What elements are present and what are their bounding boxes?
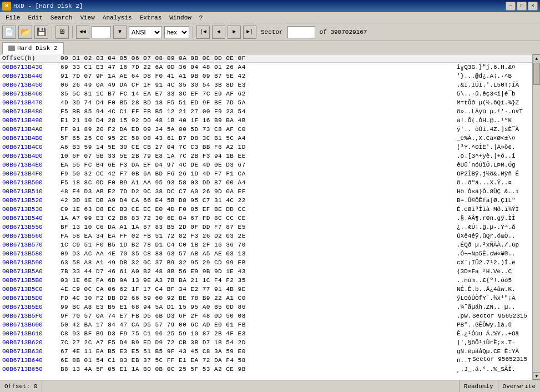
- table-row[interactable]: 00B6713B4E0 EA 55 FC B4 6E F3 DA EF D4 9…: [0, 160, 532, 169]
- row-hex: 9F 70 57 0A 74 E7 FB D5 6B D3 6F 2F 48 0…: [58, 313, 455, 319]
- table-row[interactable]: 00B6713B560 FA 58 EA 34 EA FF 02 FB 51 7…: [0, 232, 532, 240]
- minimize-button[interactable]: −: [506, 2, 516, 11]
- row-ascii: ùP2ÌBÿ.j½ö&.Mÿñ É: [455, 170, 532, 177]
- table-row[interactable]: 00B6713B580 09 D3 AC AA 4E 70 35 C8 88 6…: [0, 249, 532, 258]
- back-button[interactable]: ◄◄: [76, 26, 89, 39]
- menu-search[interactable]: Search: [47, 13, 76, 22]
- table-row[interactable]: 00B6713B500 F5 18 8C 0D F0 B9 A1 AA 95 9…: [0, 178, 532, 187]
- forward-button[interactable]: ▼: [113, 26, 127, 39]
- table-row[interactable]: 00B6713B470 4D 3D 74 D4 F0 B5 28 BD 18 F…: [0, 98, 532, 107]
- table-row[interactable]: 00B6713B610 C8 93 BF B9 D3 F9 75 C1 96 2…: [0, 329, 532, 338]
- row-ascii: cX¨¡IÛ2.7¹2.)Í.ë: [455, 259, 532, 266]
- menu-edit[interactable]: Edit: [24, 13, 46, 22]
- row-ascii: .o.[3^+yè.|+ó..î: [455, 153, 532, 159]
- sep2: [72, 26, 73, 38]
- table-row[interactable]: 00B6713B5E0 99 BC A8 E3 B5 E1 68 94 5A D…: [0, 303, 532, 311]
- main-content: Offset(h) 00 01 02 03 04 05 06 07 08 09 …: [0, 54, 540, 380]
- table-row[interactable]: 00B6713B510 48 F4 D3 AB E2 7D D2 0C 38 D…: [0, 187, 532, 196]
- row-hex: FD 4C 30 F2 DB D2 66 59 60 92 BE 78 B9 2…: [58, 295, 455, 301]
- table-row[interactable]: 00B6713B570 1C C9 51 F0 B5 1D B2 78 D1 C…: [0, 240, 532, 249]
- save-button[interactable]: 💾: [34, 26, 48, 39]
- table-row[interactable]: 00B6713B4B0 5F 65 25 C0 95 2C 58 08 43 6…: [0, 134, 532, 143]
- nav-prev[interactable]: ◄: [212, 26, 225, 39]
- nav-first[interactable]: |◄: [196, 26, 210, 39]
- menu-help[interactable]: ?: [196, 13, 206, 22]
- nav-last[interactable]: ►|: [243, 26, 256, 39]
- status-readonly: Readonly: [460, 380, 498, 392]
- maximize-button[interactable]: □: [517, 2, 527, 11]
- menu-extras[interactable]: Extras: [137, 13, 165, 22]
- table-row[interactable]: 00B6713B4A0 FF 91 89 20 F2 DA ED 09 34 5…: [0, 125, 532, 134]
- new-button[interactable]: 📄: [2, 26, 16, 39]
- header-ascii: [455, 55, 532, 62]
- row-address: 00B6713B570: [0, 242, 58, 248]
- encoding-select[interactable]: ANSI: [129, 26, 162, 38]
- sector-info-label: Sector 95652315: [471, 355, 529, 363]
- row-address: 00B6713B610: [0, 330, 58, 337]
- scrollbar-right[interactable]: ▲ ▼: [532, 54, 540, 380]
- scroll-up-arrow[interactable]: ▲: [533, 54, 540, 62]
- table-row[interactable]: 00B6713B5D0 FD 4C 30 F2 DB D2 66 59 60 9…: [0, 294, 532, 303]
- table-row[interactable]: 00B6713B5C0 4E C9 0C CA 06 62 1F 17 C4 B…: [0, 285, 532, 294]
- table-row[interactable]: 00B6713B650 B8 13 4A 5F 05 E1 1A B0 0B 0…: [0, 365, 532, 374]
- open-button[interactable]: 📂: [18, 26, 32, 39]
- sector-label: Sector: [261, 29, 283, 36]
- row-address: 00B6713B510: [0, 188, 58, 195]
- table-row[interactable]: 00B6713B540 1A A7 99 E3 C2 B6 83 72 30 6…: [0, 214, 532, 223]
- row-address: 00B6713B500: [0, 179, 58, 186]
- table-row[interactable]: 00B6713B630 67 4E 11 EA B5 E3 E5 51 B5 9…: [0, 347, 532, 356]
- row-ascii: ..núm..£{º!.ôò5: [455, 277, 532, 284]
- table-row[interactable]: 00B6713B5F0 9F 70 57 0A 74 E7 FB D5 6B D…: [0, 311, 532, 320]
- menu-analysis[interactable]: Analysis: [99, 13, 135, 22]
- scroll-track[interactable]: [533, 62, 540, 372]
- table-row[interactable]: 00B6713B620 7C 27 2C A7 F5 D4 B9 ED D9 7…: [0, 338, 532, 347]
- row-address: 00B6713B650: [0, 366, 58, 373]
- view-select[interactable]: hex: [164, 26, 189, 38]
- bytes-per-row-input[interactable]: 16: [92, 26, 111, 38]
- table-row[interactable]: 00B6713B4C0 A6 B3 59 14 5E 30 CE CB 27 0…: [0, 143, 532, 152]
- row-hex: 6E 8B 01 54 C1 03 EB 37 5C FF E1 EA 72 D…: [58, 357, 455, 364]
- table-row[interactable]: 00B6713B550 BF 13 10 C6 DA A1 1A 67 83 B…: [0, 223, 532, 232]
- disk-button[interactable]: 🖥: [55, 26, 69, 39]
- table-row[interactable]: 00B6713B490 E1 21 10 D4 28 15 92 D0 48 1…: [0, 116, 532, 125]
- table-row[interactable]: 00B6713B590 63 58 A8 A1 49 DB 32 0C 37 B…: [0, 258, 532, 267]
- menu-view[interactable]: View: [77, 13, 98, 22]
- table-row[interactable]: 00B6713B4F0 F9 50 32 CC 42 F7 0B 6A BD F…: [0, 169, 532, 178]
- row-hex: 42 3D 1E DB A9 D4 CA 66 E4 5B D8 95 C7 3…: [58, 197, 455, 204]
- menu-file[interactable]: File: [2, 13, 23, 22]
- table-row[interactable]: 00B6713B4D0 10 6F 07 5B 33 5E 2B 79 E8 1…: [0, 152, 532, 160]
- row-hex: 91 7D 07 9F 1A AE 64 D8 F0 41 A1 9B 09 B…: [58, 73, 455, 79]
- sector-input[interactable]: 0: [287, 26, 315, 38]
- table-row[interactable]: 00B6713B640 6E 8B 01 54 C1 03 EB 37 5C F…: [0, 356, 532, 365]
- tab-bar: Hard Disk 2: [0, 41, 540, 54]
- table-row[interactable]: 00B6713B5B0 03 1E 6E FA 6D 9A 13 9E A3 7…: [0, 276, 532, 285]
- row-address: 00B6713B490: [0, 117, 58, 124]
- table-row[interactable]: 00B6713B460 35 5C 81 1C B7 FC 14 EA E7 3…: [0, 89, 532, 98]
- row-ascii: i╥Q3G.}"j.6.H.&¤: [455, 64, 532, 71]
- row-hex: 5F 65 25 C0 95 2C 58 08 43 61 D7 D8 3C B…: [58, 135, 455, 142]
- table-row[interactable]: 00B6713B5A0 7B 33 44 D7 46 61 A0 B2 48 8…: [0, 267, 532, 276]
- table-row[interactable]: 00B6713B430 69 33 C1 E3 47 16 7D 22 6A 0…: [0, 63, 532, 72]
- table-row[interactable]: 00B6713B600 50 42 BA 17 84 47 CA D5 57 7…: [0, 320, 532, 329]
- row-address: 00B6713B5B0: [0, 277, 58, 284]
- row-address: 00B6713B450: [0, 82, 58, 88]
- row-hex: F9 50 32 CC 42 F7 0B 6A BD F6 26 1D 4D F…: [58, 170, 455, 177]
- table-row[interactable]: 00B6713B440 91 7D 07 9F 1A AE 64 D8 F0 4…: [0, 72, 532, 81]
- row-ascii: 5\..·ü.êç3<ï|é¯b: [455, 91, 532, 97]
- row-hex: EA 55 FC B4 6E F3 DA EF D4 97 4C DE 4D 0…: [58, 162, 455, 168]
- table-row[interactable]: 00B6713B530 C9 1E 63 D8 EC B3 CE EC E0 4…: [0, 205, 532, 214]
- menu-window[interactable]: Window: [166, 13, 195, 22]
- scroll-thumb[interactable]: [533, 63, 540, 85]
- row-ascii: á!.Ô(.ÒH.@..¹ºK: [455, 117, 532, 124]
- close-button[interactable]: ×: [528, 2, 538, 11]
- scroll-down-arrow[interactable]: ▼: [533, 372, 540, 380]
- nav-play[interactable]: ►: [228, 26, 241, 39]
- table-row[interactable]: 00B6713B520 42 3D 1E DB A9 D4 CA 66 E4 5…: [0, 196, 532, 205]
- table-row[interactable]: 00B6713B450 06 26 49 0A 49 DA CF 1F 91 4…: [0, 81, 532, 89]
- row-ascii: {3D×Fa ²H.Vé..C: [455, 268, 532, 275]
- row-ascii: gN.êµãåQµ.CE È:YÀ: [455, 348, 532, 355]
- tab-hard-disk-2[interactable]: Hard Disk 2: [2, 42, 64, 54]
- sector-info: Sector 95652315: [471, 312, 529, 320]
- title-bar-controls[interactable]: − □ ×: [506, 2, 538, 11]
- table-row[interactable]: 00B6713B480 F5 BB 85 94 4C C1 FF FB B5 1…: [0, 107, 532, 116]
